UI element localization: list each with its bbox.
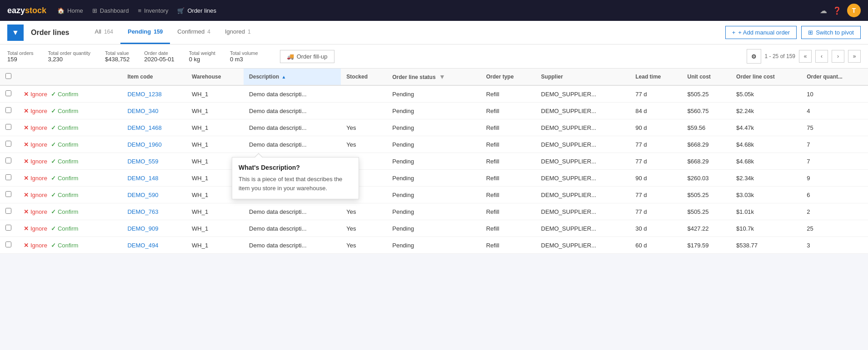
ignore-button[interactable]: ✕ Ignore [24,208,47,215]
item-code-link[interactable]: DEMO_763 [127,208,158,215]
help-icon[interactable]: ❓ [833,6,842,15]
avatar[interactable]: T [847,4,861,17]
item-code-link[interactable]: DEMO_1238 [127,91,161,98]
header-stocked[interactable]: Stocked [341,69,387,85]
tab-ignored[interactable]: Ignored 1 [218,20,258,44]
row-checkbox[interactable] [5,141,11,147]
header-description-label: Description [249,74,279,80]
ignore-label: Ignore [30,91,47,98]
ignore-button[interactable]: ✕ Ignore [24,242,47,249]
row-checkbox[interactable] [5,124,11,130]
nav-dashboard-label: Dashboard [100,7,129,14]
nav-inventory[interactable]: ≡ Inventory [138,7,168,14]
nav-dashboard[interactable]: ⊞ Dashboard [92,7,129,14]
confirm-label: Confirm [58,158,79,165]
confirm-button[interactable]: ✓ Confirm [51,124,79,131]
row-checkbox[interactable] [5,158,11,163]
header-item-code[interactable]: Item code [122,69,186,85]
confirm-button[interactable]: ✓ Confirm [51,242,79,249]
item-code-link[interactable]: DEMO_590 [127,192,158,198]
row-checkbox-cell[interactable] [0,187,18,203]
last-page-icon: » [853,53,856,59]
ignore-button[interactable]: ✕ Ignore [24,175,47,182]
header-unit-cost[interactable]: Unit cost [682,69,731,85]
table-settings-button[interactable]: ⚙ [747,49,761,64]
filter-toggle-button[interactable]: ▼ [7,25,24,41]
confirm-button[interactable]: ✓ Confirm [51,208,79,215]
tab-pending-count: 159 [154,29,163,35]
x-icon: ✕ [24,158,29,165]
row-order-type: Refill [481,119,536,136]
row-order-quant: 6 [801,187,868,203]
row-checkbox[interactable] [5,107,11,113]
cloud-icon[interactable]: ☁ [820,6,827,15]
header-select-all[interactable] [0,69,18,85]
row-checkbox[interactable] [5,90,11,96]
header-order-type[interactable]: Order type [481,69,536,85]
ignore-button[interactable]: ✕ Ignore [24,108,47,114]
row-checkbox-cell[interactable] [0,203,18,220]
nav-order-lines[interactable]: 🛒 Order lines [177,7,216,14]
pagination-first-button[interactable]: « [799,50,812,63]
item-code-link[interactable]: DEMO_494 [127,242,158,249]
row-checkbox[interactable] [5,242,11,247]
row-checkbox-cell[interactable] [0,136,18,153]
confirm-button[interactable]: ✓ Confirm [51,175,79,182]
pagination-last-button[interactable]: » [848,50,861,63]
nav-home[interactable]: 🏠 Home [57,7,83,14]
header-order-line-status[interactable]: Order line status ▼ [387,69,480,85]
row-checkbox-cell[interactable] [0,103,18,119]
row-item-code: DEMO_909 [122,220,186,237]
ignore-button[interactable]: ✕ Ignore [24,158,47,165]
item-code-link[interactable]: DEMO_1468 [127,124,161,131]
confirm-button[interactable]: ✓ Confirm [51,158,79,165]
row-checkbox-cell[interactable] [0,170,18,187]
tab-confirmed[interactable]: Confirmed 4 [170,20,218,44]
row-checkbox[interactable] [5,225,11,231]
select-all-checkbox[interactable] [5,73,11,79]
header-order-quant[interactable]: Order quant... [801,69,868,85]
ignore-button[interactable]: ✕ Ignore [24,225,47,232]
pagination-prev-button[interactable]: ‹ [815,50,828,63]
header-order-line-cost[interactable]: Order line cost [731,69,801,85]
pagination-next-button[interactable]: › [832,50,844,63]
row-checkbox-cell[interactable] [0,119,18,136]
row-unit-cost: $505.25 [682,85,731,103]
ignore-button[interactable]: ✕ Ignore [24,124,47,131]
confirm-button[interactable]: ✓ Confirm [51,192,79,198]
logo[interactable]: eazystock [7,6,46,15]
ignore-button[interactable]: ✕ Ignore [24,192,47,198]
table-row: ✕ Ignore ✓ Confirm DEMO_590 WH_1 Demo da… [0,187,868,203]
header-supplier[interactable]: Supplier [536,69,630,85]
header-lead-time[interactable]: Lead time [630,69,682,85]
row-checkbox-cell[interactable] [0,85,18,103]
row-item-code: DEMO_148 [122,170,186,187]
item-code-link[interactable]: DEMO_909 [127,225,158,232]
ignore-button[interactable]: ✕ Ignore [24,91,47,98]
row-checkbox-cell[interactable] [0,220,18,237]
header-description[interactable]: Description ▲ [244,69,341,85]
item-code-link[interactable]: DEMO_1960 [127,141,161,148]
switch-to-pivot-button[interactable]: ⊞ Switch to pivot [801,26,861,39]
row-checkbox-cell[interactable] [0,237,18,254]
item-code-link[interactable]: DEMO_148 [127,175,158,182]
order-fillup-button[interactable]: 🚚 Order fill-up [280,50,334,63]
item-code-link[interactable]: DEMO_559 [127,158,158,165]
confirm-button[interactable]: ✓ Confirm [51,225,79,232]
row-checkbox[interactable] [5,208,11,214]
row-checkbox[interactable] [5,174,11,180]
row-stocked [341,85,387,103]
item-code-link[interactable]: DEMO_340 [127,108,158,114]
confirm-button[interactable]: ✓ Confirm [51,91,79,98]
tab-all[interactable]: All 164 [87,20,120,44]
confirm-button[interactable]: ✓ Confirm [51,108,79,114]
order-line-status-filter-button[interactable]: ▼ [437,73,447,80]
row-checkbox[interactable] [5,191,11,197]
row-stocked: Yes [341,119,387,136]
header-warehouse[interactable]: Warehouse [186,69,244,85]
row-checkbox-cell[interactable] [0,153,18,170]
confirm-button[interactable]: ✓ Confirm [51,141,79,148]
add-manual-order-button[interactable]: + + Add manual order [725,26,797,39]
ignore-button[interactable]: ✕ Ignore [24,141,47,148]
tab-pending[interactable]: Pending 159 [120,20,170,44]
